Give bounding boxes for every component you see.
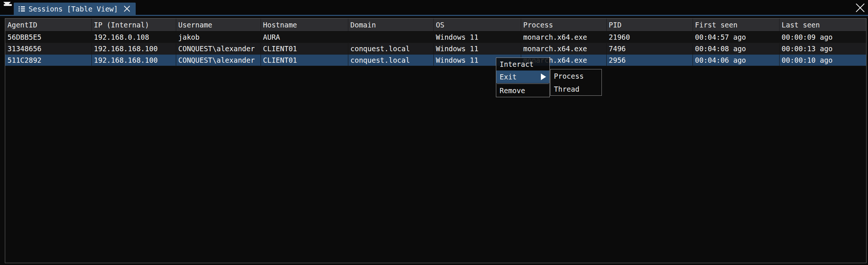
cell-last-seen: 00:00:13 ago — [779, 43, 866, 55]
column-header-agentid[interactable]: AgentID — [5, 19, 91, 32]
window-close-icon[interactable] — [854, 2, 866, 14]
menu-item-label: Remove — [500, 86, 525, 95]
menu-separator — [497, 84, 549, 84]
session-row-511c2892[interactable]: 511C2892192.168.168.100CONQUEST\alexande… — [5, 55, 866, 66]
cell-domain — [348, 32, 433, 43]
filter-triangle-icon — [3, 2, 11, 13]
tab-bar: Sessions [Table View] — [0, 0, 868, 16]
column-header-process[interactable]: Process — [521, 19, 606, 32]
cell-hostname: CLIENT01 — [261, 55, 348, 66]
column-header-first-seen[interactable]: First seen — [693, 19, 779, 32]
cell-os: Windows 11 — [433, 43, 521, 55]
menu-item-label: Exit — [500, 73, 517, 81]
menu-item-process[interactable]: Process — [551, 69, 601, 82]
cell-hostname: AURA — [261, 32, 348, 43]
column-header-pid[interactable]: PID — [606, 19, 693, 32]
cell-username: CONQUEST\alexander — [176, 43, 261, 55]
sessions-table-panel: AgentIDIP (Internal)UsernameHostnameDoma… — [5, 18, 867, 263]
table-list-icon — [19, 6, 25, 12]
cell-first-seen: 00:04:06 ago — [693, 55, 779, 66]
menu-item-thread[interactable]: Thread — [551, 82, 601, 95]
menu-item-interact[interactable]: Interact — [496, 58, 549, 71]
cell-agentid: 511C2892 — [5, 55, 91, 66]
cell-last-seen: 00:00:10 ago — [779, 55, 866, 66]
session-row-31348656[interactable]: 31348656192.168.168.100CONQUEST\alexande… — [5, 43, 866, 55]
cell-first-seen: 00:04:57 ago — [693, 32, 779, 43]
cell-ip-internal: 192.168.168.100 — [91, 43, 176, 55]
cell-ip-internal: 192.168.168.100 — [91, 55, 176, 66]
column-header-ip-internal[interactable]: IP (Internal) — [91, 19, 176, 32]
cell-pid: 21960 — [606, 32, 693, 43]
cell-hostname: CLIENT01 — [261, 43, 348, 55]
cell-last-seen: 00:00:09 ago — [779, 32, 866, 43]
tab-sessions-table-view[interactable]: Sessions [Table View] — [14, 3, 136, 15]
session-row-56dbb5e5[interactable]: 56DBB5E5192.168.0.108jakobAURAWindows 11… — [5, 32, 866, 43]
submenu-arrow-icon — [541, 73, 546, 80]
sessions-table: AgentIDIP (Internal)UsernameHostnameDoma… — [5, 19, 866, 66]
cell-process: monarch.x64.exe — [521, 43, 606, 55]
cell-domain: conquest.local — [348, 43, 433, 55]
exit-submenu: ProcessThread — [550, 69, 602, 96]
menu-item-label: Thread — [554, 85, 580, 93]
cell-pid: 7496 — [606, 43, 693, 55]
menu-item-label: Process — [554, 72, 584, 80]
menu-item-exit[interactable]: Exit — [496, 71, 549, 83]
column-header-last-seen[interactable]: Last seen — [779, 19, 866, 32]
cell-process: monarch.x64.exe — [521, 32, 606, 43]
column-header-hostname[interactable]: Hostname — [261, 19, 348, 32]
cell-domain: conquest.local — [348, 55, 433, 66]
cell-pid: 2956 — [606, 55, 693, 66]
cell-agentid: 31348656 — [5, 43, 91, 55]
cell-first-seen: 00:04:08 ago — [693, 43, 779, 55]
column-header-domain[interactable]: Domain — [348, 19, 433, 32]
filter-button[interactable] — [3, 4, 12, 13]
menu-item-label: Interact — [500, 60, 534, 68]
context-menu: InteractExitRemove — [496, 58, 550, 97]
tab-close-icon[interactable] — [123, 5, 131, 13]
cell-agentid: 56DBB5E5 — [5, 32, 91, 43]
cell-username: CONQUEST\alexander — [176, 55, 261, 66]
cell-ip-internal: 192.168.0.108 — [91, 32, 176, 43]
column-header-os[interactable]: OS — [433, 19, 521, 32]
table-header-row: AgentIDIP (Internal)UsernameHostnameDoma… — [5, 19, 866, 32]
tab-label: Sessions [Table View] — [29, 5, 118, 13]
column-header-username[interactable]: Username — [176, 19, 261, 32]
menu-item-remove[interactable]: Remove — [496, 84, 549, 97]
cell-os: Windows 11 — [433, 32, 521, 43]
cell-username: jakob — [176, 32, 261, 43]
sessions-window: Sessions [Table View] AgentIDIP (Interna… — [0, 0, 868, 265]
